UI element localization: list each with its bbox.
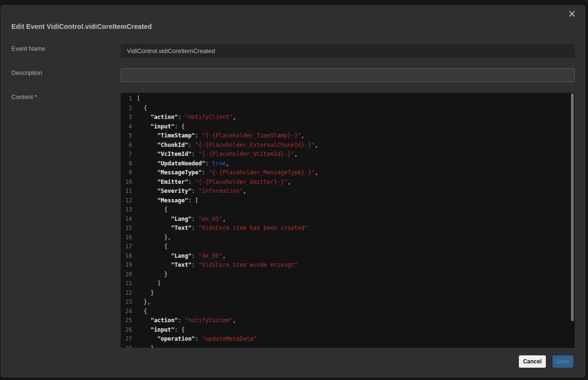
code-line-text: } xyxy=(137,270,168,280)
code-line: 8 "UpdateNeeded": true, xyxy=(121,159,575,169)
save-button[interactable]: Save xyxy=(552,355,573,368)
line-number: 17 xyxy=(121,242,132,252)
code-line: 27 "operation": "updateMetaData" xyxy=(121,335,575,344)
code-line-text: }, xyxy=(137,233,171,243)
code-line-text: "Lang": "en_US", xyxy=(137,215,226,224)
code-line-text: "TimeStamp": "{-{Placeholder_TimeStamp}-… xyxy=(137,131,304,141)
code-line-text: "action": "notifyCustom", xyxy=(137,316,236,326)
event-name-input[interactable] xyxy=(121,44,575,58)
code-line: 15 "Text": "VidiCore item has been creat… xyxy=(121,224,575,233)
code-line-text: { xyxy=(137,307,147,317)
code-line: 14 "Lang": "en_US", xyxy=(121,215,575,224)
code-line: 21 ] xyxy=(121,279,575,289)
dialog-title: Edit Event VidiControl.vidiCoreItemCreat… xyxy=(11,23,152,30)
line-number: 19 xyxy=(121,261,132,270)
line-number: 3 xyxy=(121,113,132,122)
code-line-text: "Severity": "Information", xyxy=(137,187,246,196)
line-number: 6 xyxy=(121,141,132,150)
code-line-text: "ChunkId": "{-{Placeholder_ExternalChunk… xyxy=(137,141,318,150)
code-line-text: }, xyxy=(137,298,151,307)
line-number: 25 xyxy=(121,316,132,326)
line-number: 8 xyxy=(121,159,132,169)
code-line: 11 "Severity": "Information", xyxy=(121,187,575,196)
line-number: 26 xyxy=(121,326,132,335)
code-line: 28 } xyxy=(121,344,575,348)
line-number: 2 xyxy=(121,104,132,113)
code-line-text: "Message": [ xyxy=(137,196,198,206)
description-input[interactable] xyxy=(121,68,575,82)
code-line-text: "Emitter": "{-{Placeholder_Emitter}-}", xyxy=(137,178,291,187)
code-line-text: "UpdateNeeded": true, xyxy=(137,159,229,169)
line-number: 7 xyxy=(121,150,132,159)
code-line-text: "operation": "updateMetaData" xyxy=(137,335,257,344)
content-editor[interactable]: 1[2 {3 "action": "notifyClient",4 "input… xyxy=(121,93,575,348)
code-line: 2 { xyxy=(121,104,575,113)
line-number: 28 xyxy=(121,344,132,348)
code-line: 3 "action": "notifyClient", xyxy=(121,113,575,122)
code-line-text: "input": { xyxy=(137,122,185,132)
line-number: 20 xyxy=(121,270,132,280)
code-line: 1[ xyxy=(121,94,575,104)
code-line-text: "Text": "VidiCore item has been created" xyxy=(137,224,308,233)
line-number: 4 xyxy=(121,122,132,132)
code-line-text: "VcItemId": "{-{Placeholder_VCItemId}-}"… xyxy=(137,150,298,159)
code-line-text: { xyxy=(137,205,168,215)
code-line: 7 "VcItemId": "{-{Placeholder_VCItemId}-… xyxy=(121,150,575,159)
line-number: 14 xyxy=(121,215,132,224)
code-line-text: "Text": "VidiCore item wurde erzeugt" xyxy=(137,261,298,270)
line-number: 18 xyxy=(121,252,132,261)
line-number: 22 xyxy=(121,289,132,298)
code-line: 6 "ChunkId": "{-{Placeholder_ExternalChu… xyxy=(121,141,575,150)
code-line: 19 "Text": "VidiCore item wurde erzeugt" xyxy=(121,261,575,270)
line-number: 12 xyxy=(121,196,132,206)
close-icon[interactable]: × xyxy=(566,8,578,20)
code-line-text: } xyxy=(137,289,154,298)
code-line-text: { xyxy=(137,104,147,113)
code-line: 25 "action": "notifyCustom", xyxy=(121,316,575,326)
line-number: 11 xyxy=(121,187,132,196)
code-line: 23 }, xyxy=(121,298,575,307)
editor-scrollbar-thumb[interactable] xyxy=(571,93,574,321)
line-number: 15 xyxy=(121,224,132,233)
line-number: 13 xyxy=(121,205,132,215)
code-line-text: ] xyxy=(137,279,161,289)
code-line: 13 { xyxy=(121,205,575,215)
code-line: 24 { xyxy=(121,307,575,317)
code-line: 4 "input": { xyxy=(121,122,575,132)
line-number: 5 xyxy=(121,131,132,141)
code-line: 12 "Message": [ xyxy=(121,196,575,206)
code-line-text: } xyxy=(137,344,154,348)
event-name-label: Event Name xyxy=(11,45,45,52)
line-number: 16 xyxy=(121,233,132,243)
line-number: 1 xyxy=(121,94,132,104)
code-line-text: "MessageType": "{-{Placeholder_MessageTy… xyxy=(137,168,318,178)
code-line-text: { xyxy=(137,242,168,252)
code-line: 16 }, xyxy=(121,233,575,243)
code-line: 20 } xyxy=(121,270,575,280)
code-line: 26 "input": { xyxy=(121,326,575,335)
code-line-text: "action": "notifyClient", xyxy=(137,113,236,122)
content-label: Content * xyxy=(11,93,37,100)
code-line-text: "input": { xyxy=(137,326,185,335)
description-label: Description xyxy=(11,69,42,76)
code-lines: 1[2 {3 "action": "notifyClient",4 "input… xyxy=(121,93,575,348)
line-number: 24 xyxy=(121,307,132,317)
code-line-text: [ xyxy=(137,94,140,104)
cancel-button[interactable]: Cancel xyxy=(519,355,546,368)
code-line: 5 "TimeStamp": "{-{Placeholder_TimeStamp… xyxy=(121,131,575,141)
code-line: 9 "MessageType": "{-{Placeholder_Message… xyxy=(121,168,575,178)
code-line: 10 "Emitter": "{-{Placeholder_Emitter}-}… xyxy=(121,178,575,187)
line-number: 23 xyxy=(121,298,132,307)
code-line: 18 "Lang": "de_DE", xyxy=(121,252,575,261)
code-line-text: "Lang": "de_DE", xyxy=(137,252,226,261)
line-number: 21 xyxy=(121,279,132,289)
line-number: 10 xyxy=(121,178,132,187)
line-number: 9 xyxy=(121,168,132,178)
code-line: 22 } xyxy=(121,289,575,298)
edit-event-dialog: Edit Event VidiControl.vidiCoreItemCreat… xyxy=(0,5,586,378)
line-number: 27 xyxy=(121,335,132,344)
code-line: 17 { xyxy=(121,242,575,252)
